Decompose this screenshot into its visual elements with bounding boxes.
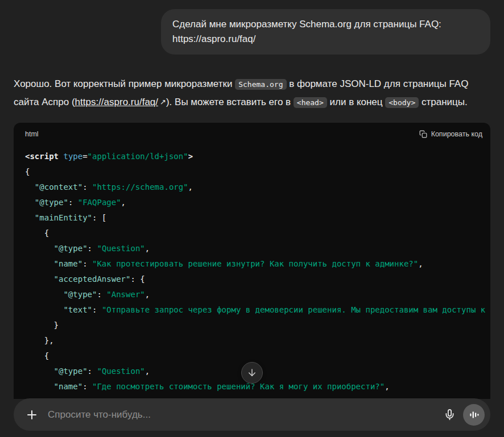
code-line: "text": "Отправьте запрос через форму в … [25, 302, 479, 318]
copy-icon [419, 130, 427, 138]
assistant-message: Хорошо. Вот корректный пример микроразме… [14, 75, 490, 111]
assistant-text-segment: или в конец [327, 97, 386, 107]
code-line: }, [25, 333, 479, 348]
code-line: "@type": "FAQPage", [25, 195, 479, 210]
microphone-icon [444, 409, 456, 421]
copy-code-button[interactable]: Копировать код [419, 130, 482, 138]
plus-icon [25, 408, 39, 422]
code-line: "@type": "Answer", [25, 287, 479, 302]
code-block: html Копировать код <script type="applic… [14, 123, 490, 399]
code-line: "mainEntity": [ [25, 210, 479, 226]
external-link-icon[interactable]: ↗ [160, 98, 166, 106]
code-content: <script type="application/ld+json">{ "@c… [14, 145, 490, 399]
voice-waveform-icon [468, 409, 480, 421]
code-line: { [25, 226, 479, 241]
faq-page-link[interactable]: https://aspro.ru/faq/ [75, 97, 158, 107]
user-message-text: Сделай мне микроразметку Schema.org для … [172, 19, 441, 44]
code-line: "name": "Как протестировать решение изну… [25, 256, 479, 272]
composer [14, 398, 490, 431]
code-line: { [25, 348, 479, 364]
assistant-text-segment: страницы. [419, 97, 467, 107]
prompt-input[interactable] [43, 409, 438, 421]
inline-code-body-tag: <body> [385, 97, 419, 108]
user-message-row: Сделай мне микроразметку Schema.org для … [14, 0, 490, 55]
code-line: "@context": "https://schema.org", [25, 180, 479, 195]
code-block-header: html Копировать код [14, 123, 490, 145]
inline-code-schema-org: Schema.org [235, 79, 286, 90]
assistant-text-segment: ). Вы можете вставить его в [166, 97, 294, 107]
scroll-to-bottom-button[interactable] [241, 362, 263, 384]
code-line: "@type": "Question", [25, 241, 479, 256]
arrow-down-icon [247, 368, 257, 378]
code-line: <script type="application/ld+json"> [25, 149, 479, 164]
user-message-bubble: Сделай мне микроразметку Schema.org для … [161, 9, 490, 55]
code-language-label: html [25, 130, 39, 138]
dictate-button[interactable] [438, 403, 461, 426]
chat-scroll-area[interactable]: Сделай мне микроразметку Schema.org для … [0, 0, 504, 399]
assistant-text-segment: Хорошо. Вот корректный пример микроразме… [14, 78, 235, 89]
inline-code-head-tag: <head> [294, 97, 327, 108]
code-line: } [25, 318, 479, 333]
code-line: "acceptedAnswer": { [25, 272, 479, 287]
voice-mode-button[interactable] [463, 404, 485, 426]
copy-code-label: Копировать код [431, 130, 482, 138]
attach-button[interactable] [20, 403, 43, 426]
code-line: { [25, 164, 479, 180]
